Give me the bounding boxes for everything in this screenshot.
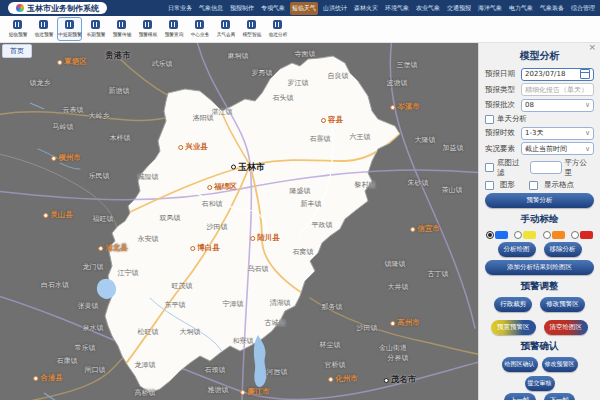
top-menu-item[interactable]: 综合管理 <box>569 2 597 15</box>
panel-title: 模型分析 <box>485 49 594 63</box>
forecast-type-placeholder: 精细化报告（单天） <box>525 85 590 95</box>
top-menu-item[interactable]: 森林火灾 <box>352 2 380 15</box>
tab-icon <box>91 20 100 29</box>
tab-item[interactable]: 天气会商 <box>213 17 238 41</box>
tab-item[interactable]: 预警查询 <box>161 17 186 41</box>
tab-item[interactable]: 短临预警 <box>5 17 30 41</box>
tab-icon <box>273 20 282 29</box>
app-logo[interactable]: 玉林市业务制作系统 <box>8 2 107 14</box>
top-menu-item[interactable]: 环境气象 <box>383 2 411 15</box>
validity-value: 1-3天 <box>525 128 583 138</box>
manual-action-button[interactable]: 分析绘图 <box>498 242 536 257</box>
tab-item[interactable]: 临近预警 <box>31 17 56 41</box>
tab-icon <box>221 20 230 29</box>
adjust-buttons: 行政裁剪修改预警区预置预警区清空绘图区 <box>485 297 594 335</box>
tab-icon <box>13 20 22 29</box>
show-grid-label: 显示格点 <box>544 180 574 190</box>
top-menu-item[interactable]: 农业气象 <box>414 2 442 15</box>
tab-icon <box>117 20 126 29</box>
tab-label: 预警模板 <box>138 31 157 38</box>
tab-item[interactable]: 长期预警 <box>83 17 108 41</box>
top-menu: 日常业务气象信息预报制作专项气象短临天气山洪统计森林火灾环境气象农业气象交通预报… <box>166 0 597 16</box>
panel-close-icon[interactable]: × <box>588 43 596 52</box>
top-menu-item[interactable]: 山洪统计 <box>321 2 349 15</box>
top-menu-item[interactable]: 预报制作 <box>228 2 256 15</box>
content: 贵港市覃塘区麻垌镇武乐镇镇龙乡新塘镇云表镇大岭乡马岭镇木梓镇横州市乐民镇灵山县福… <box>0 43 600 400</box>
app-title: 玉林市业务制作系统 <box>27 3 99 14</box>
frame-nav-button[interactable]: 上一帧 <box>504 393 536 400</box>
single-day-checkbox[interactable] <box>485 115 494 124</box>
confirm-button[interactable]: 提交审核 <box>525 376 555 391</box>
plot-color-radio[interactable] <box>486 231 508 239</box>
tab-label: 模型智能 <box>242 31 261 38</box>
basemap-filter-checkbox[interactable] <box>485 163 494 172</box>
chevron-down-icon: ∨ <box>585 129 590 137</box>
tab-icon <box>169 20 178 29</box>
adjust-button[interactable]: 行政裁剪 <box>494 297 532 312</box>
tab-selected[interactable]: 中短期预警 <box>57 17 82 41</box>
confirm-button[interactable]: 修改预警区 <box>542 357 578 372</box>
chevron-down-icon: ∨ <box>585 145 590 153</box>
manual-buttons: 分析绘图移除分析 <box>485 242 594 257</box>
element-select[interactable]: 截止当前时间 ∨ <box>521 142 594 155</box>
plot-color-radio[interactable] <box>543 231 565 239</box>
adjust-button[interactable]: 预置预警区 <box>491 320 536 335</box>
top-menu-item[interactable]: 交通预报 <box>445 2 473 15</box>
top-menu-item[interactable]: 气象装备 <box>538 2 566 15</box>
chevron-down-icon: ∨ <box>585 101 590 109</box>
validity-label: 预报时效 <box>485 128 518 138</box>
forecast-date-value: 2023/07/18 <box>525 70 578 78</box>
frame-nav-button[interactable]: 下一帧 <box>544 393 576 400</box>
top-menu-item[interactable]: 专项气象 <box>259 2 287 15</box>
graphic-checkbox[interactable] <box>485 181 494 190</box>
plot-color-radio[interactable] <box>571 231 593 239</box>
tab-icon <box>39 20 48 29</box>
map-canvas[interactable]: 贵港市覃塘区麻垌镇武乐镇镇龙乡新塘镇云表镇大岭乡马岭镇木梓镇横州市乐民镇灵山县福… <box>0 43 478 400</box>
top-menu-item[interactable]: 海洋气象 <box>476 2 504 15</box>
forecast-date-input[interactable]: 2023/07/18 <box>521 68 594 81</box>
color-swatch <box>552 231 565 239</box>
frame-nav-buttons: 上一帧下一帧 <box>485 393 594 400</box>
tab-item[interactable]: 预警模板 <box>135 17 160 41</box>
tab-label: 中心业务 <box>190 31 209 38</box>
adjust-button[interactable]: 清空绘图区 <box>544 320 589 335</box>
breadcrumb-home[interactable]: 首页 <box>2 44 32 58</box>
forecast-batch-select[interactable]: 08 ∨ <box>521 99 594 112</box>
validity-select[interactable]: 1-3天 ∨ <box>521 127 594 140</box>
model-analysis-panel: × 模型分析 预报日期 2023/07/18 预报类型 精细化报告（单天） 预报… <box>478 43 600 400</box>
radio-dot <box>543 231 551 239</box>
calendar-icon[interactable] <box>580 69 590 79</box>
tab-item[interactable]: 模型智能 <box>239 17 264 41</box>
confirm-button[interactable]: 绘图区确认 <box>502 357 538 372</box>
top-menu-item[interactable]: 日常业务 <box>166 2 194 15</box>
tab-item[interactable]: 临近分析 <box>265 17 290 41</box>
area-filter-input[interactable] <box>530 161 562 174</box>
top-menu-item[interactable]: 电力气象 <box>507 2 535 15</box>
warning-analysis-button[interactable]: 预警分析 <box>485 193 594 208</box>
tab-label: 长期预警 <box>86 31 105 38</box>
tab-label: 预警查询 <box>164 31 183 38</box>
adjust-button[interactable]: 修改预警区 <box>540 297 585 312</box>
yulin-region <box>105 56 400 393</box>
top-menu-item[interactable]: 气象信息 <box>197 2 225 15</box>
forecast-batch-value: 08 <box>525 101 583 109</box>
map-svg <box>0 43 478 400</box>
add-analysis-result-button[interactable]: 添加分析结果到绘图区 <box>485 260 594 275</box>
manual-plot-title: 手动标绘 <box>485 213 594 226</box>
show-grid-checkbox[interactable] <box>529 181 538 190</box>
manual-action-button[interactable]: 移除分析 <box>544 242 582 257</box>
tab-label: 预警传输 <box>112 31 131 38</box>
top-menu-item[interactable]: 短临天气 <box>290 2 318 15</box>
top-navbar: 玉林市业务制作系统 日常业务气象信息预报制作专项气象短临天气山洪统计森林火灾环境… <box>0 0 600 16</box>
tab-item[interactable]: 预警传输 <box>109 17 134 41</box>
tab-icon <box>65 20 74 29</box>
tab-item[interactable]: 中心业务 <box>187 17 212 41</box>
forecast-date-label: 预报日期 <box>485 69 518 79</box>
radio-dot <box>571 231 579 239</box>
graphic-label: 图形 <box>500 180 515 190</box>
element-label: 实况要素 <box>485 144 518 154</box>
forecast-type-input[interactable]: 精细化报告（单天） <box>521 83 594 96</box>
tab-icon <box>195 20 204 29</box>
plot-color-radio[interactable] <box>514 231 536 239</box>
tab-label: 临近分析 <box>268 31 287 38</box>
